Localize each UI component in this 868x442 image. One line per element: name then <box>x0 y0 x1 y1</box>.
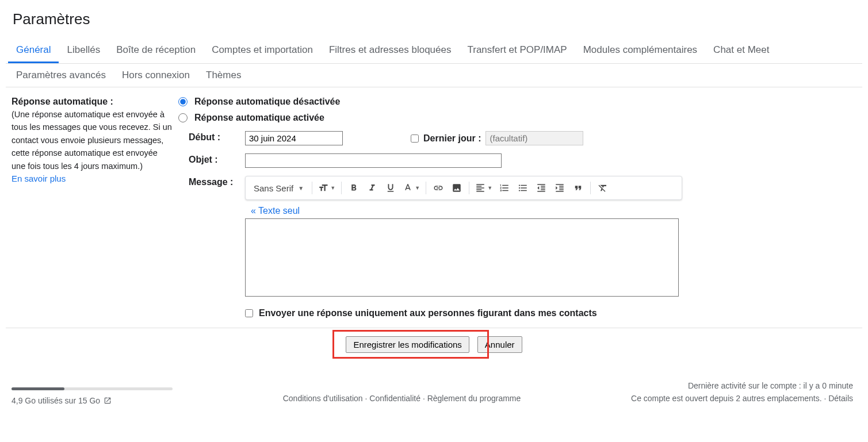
storage-bar[interactable] <box>12 387 173 390</box>
message-editor[interactable] <box>245 218 679 297</box>
subject-input[interactable] <box>245 153 502 168</box>
tab-labels[interactable]: Libellés <box>59 39 108 63</box>
tab-addons[interactable]: Modules complémentaires <box>575 39 705 63</box>
last-activity-text: Dernière activité sur le compte : il y a… <box>631 379 853 392</box>
quote-button[interactable] <box>569 179 587 197</box>
tabs-secondary: Paramètres avancés Hors connexion Thèmes <box>6 64 862 87</box>
details-link[interactable]: Détails <box>828 394 853 403</box>
learn-more-link[interactable]: En savoir plus <box>12 174 66 183</box>
chevron-down-icon: ▼ <box>330 185 335 191</box>
subject-label: Objet : <box>189 153 245 165</box>
indent-more-button[interactable] <box>551 179 568 197</box>
privacy-link[interactable]: Confidentialité <box>369 394 420 403</box>
message-label: Message : <box>189 176 245 187</box>
tab-general[interactable]: Général <box>8 39 59 63</box>
separator-dot: · <box>363 394 370 403</box>
separator <box>590 182 591 194</box>
tab-filters[interactable]: Filtres et adresses bloquées <box>321 39 460 63</box>
vacation-section-label: Réponse automatique : <box>12 97 173 107</box>
vacation-off-radio[interactable] <box>178 97 188 106</box>
editor-toolbar: Sans Serif ▼ ▼ ▼ <box>245 176 682 200</box>
remove-formatting-button[interactable] <box>594 179 611 197</box>
insert-image-button[interactable] <box>448 179 465 197</box>
underline-button[interactable] <box>382 179 399 197</box>
font-family-value: Sans Serif <box>254 183 293 193</box>
chevron-down-icon: ▼ <box>298 185 304 191</box>
italic-button[interactable] <box>364 179 381 197</box>
last-day-input[interactable] <box>485 131 583 145</box>
separator-dot: · <box>420 394 427 403</box>
chevron-down-icon: ▼ <box>487 185 492 191</box>
save-button[interactable]: Enregistrer les modifications <box>346 336 469 353</box>
vacation-section-desc: (Une réponse automatique est envoyée à t… <box>12 108 173 172</box>
contacts-only-label: Envoyer une réponse uniquement aux perso… <box>259 308 597 318</box>
tabs-primary: Général Libellés Boîte de réception Comp… <box>6 39 862 64</box>
vacation-on-label: Réponse automatique activée <box>194 113 324 123</box>
bold-button[interactable] <box>345 179 362 197</box>
program-policies-link[interactable]: Règlement du programme <box>427 394 521 403</box>
tab-inbox[interactable]: Boîte de réception <box>108 39 204 63</box>
terms-link[interactable]: Conditions d'utilisation <box>283 394 363 403</box>
tab-chat[interactable]: Chat et Meet <box>705 39 777 63</box>
contacts-only-checkbox[interactable] <box>245 309 253 317</box>
last-day-label: Dernier jour : <box>423 133 481 144</box>
insert-link-button[interactable] <box>430 179 447 197</box>
storage-text: 4,9 Go utilisés sur 15 Go <box>12 396 100 405</box>
font-size-button[interactable]: ▼ <box>316 179 338 197</box>
last-day-checkbox[interactable] <box>411 134 419 143</box>
font-family-select[interactable]: Sans Serif ▼ <box>249 181 308 195</box>
align-button[interactable]: ▼ <box>473 179 495 197</box>
chevron-down-icon: ▼ <box>415 185 420 191</box>
bulleted-list-button[interactable] <box>514 179 531 197</box>
button-bar: Enregistrer les modifications Annuler <box>6 328 862 363</box>
vacation-on-radio[interactable] <box>178 113 188 122</box>
text-color-button[interactable]: ▼ <box>400 179 422 197</box>
plain-text-link[interactable]: « Texte seul <box>251 206 300 216</box>
open-locations-text: Ce compte est ouvert depuis 2 autres emp… <box>631 394 828 403</box>
start-date-label: Début : <box>189 131 245 143</box>
numbered-list-button[interactable] <box>496 179 513 197</box>
page-title: Paramètres <box>6 0 862 39</box>
tab-advanced[interactable]: Paramètres avancés <box>8 64 114 87</box>
indent-less-button[interactable] <box>533 179 550 197</box>
tab-themes[interactable]: Thèmes <box>198 64 249 87</box>
open-external-icon[interactable] <box>104 397 112 405</box>
separator <box>341 182 342 194</box>
storage-bar-fill <box>12 387 64 390</box>
separator <box>426 182 426 194</box>
separator <box>469 182 469 194</box>
start-date-input[interactable] <box>245 131 343 145</box>
tab-forwarding[interactable]: Transfert et POP/IMAP <box>459 39 575 63</box>
tab-offline[interactable]: Hors connexion <box>114 64 198 87</box>
tab-accounts[interactable]: Comptes et importation <box>204 39 321 63</box>
vacation-off-label: Réponse automatique désactivée <box>194 97 340 107</box>
cancel-button[interactable]: Annuler <box>477 336 522 353</box>
separator <box>312 182 312 194</box>
